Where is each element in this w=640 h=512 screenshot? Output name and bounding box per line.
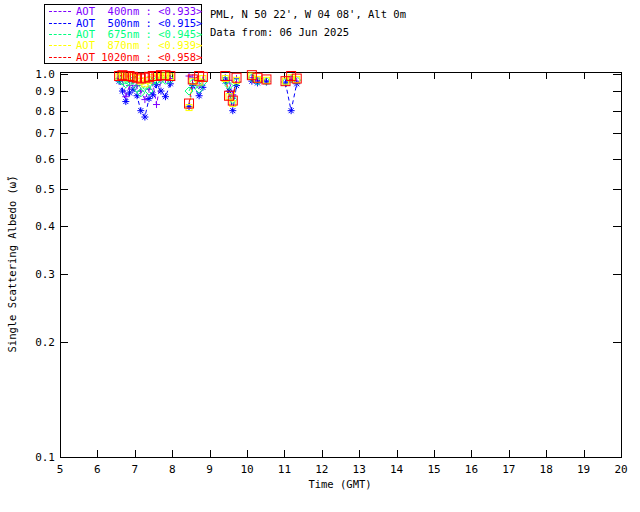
series-point-aot-500nm: [137, 107, 144, 114]
series-point-aot-500nm: [129, 86, 136, 93]
y-axis-title: Single Scattering Albedo (ω̃): [6, 94, 18, 434]
series-line-aot-500nm: [286, 83, 297, 111]
ssa-plot-page: AOT 400nm : <0.933>AOT 500nm : <0.915>AO…: [0, 0, 640, 512]
y-tick-label: 0.1: [35, 451, 55, 464]
series-point-aot-500nm: [119, 88, 126, 95]
series-point-aot-500nm: [149, 91, 156, 98]
x-tick-label: 9: [206, 463, 213, 476]
y-tick-label: 0.5: [35, 183, 55, 196]
x-tick-label: 14: [390, 463, 404, 476]
x-tick-label: 6: [94, 463, 101, 476]
x-tick-label: 16: [465, 463, 478, 476]
y-tick-label: 0.9: [35, 85, 55, 98]
x-tick-label: 8: [169, 463, 176, 476]
y-tick-label: 0.3: [35, 268, 55, 281]
plot-frame: [60, 72, 621, 457]
series-point-aot-500nm: [157, 88, 164, 95]
y-tick-label: 0.6: [35, 153, 55, 166]
x-tick-label: 10: [240, 463, 253, 476]
x-tick-label: 11: [278, 463, 291, 476]
y-tick-label: 0.4: [35, 220, 55, 233]
x-tick-label: 13: [353, 463, 366, 476]
plot-svg: 5678910111213141516171819201.00.90.80.70…: [0, 0, 640, 512]
x-tick-label: 7: [131, 463, 138, 476]
series-point-aot-500nm: [229, 107, 236, 114]
series-point-aot-400nm: [153, 101, 160, 108]
x-tick-label: 20: [614, 463, 627, 476]
y-tick-label: 0.7: [35, 127, 55, 140]
x-tick-label: 5: [57, 463, 64, 476]
y-tick-label: 0.2: [35, 336, 55, 349]
y-tick-label: 0.8: [35, 105, 55, 118]
series-point-aot-500nm: [162, 93, 169, 100]
y-tick-label: 1.0: [35, 68, 55, 81]
x-tick-label: 18: [540, 463, 553, 476]
x-axis-title: Time (GMT): [0, 478, 640, 490]
series-point-aot-500nm: [122, 98, 129, 105]
x-tick-label: 15: [427, 463, 440, 476]
series-point-aot-500nm: [141, 114, 148, 121]
series-point-aot-500nm: [288, 107, 295, 114]
x-tick-label: 17: [502, 463, 515, 476]
x-tick-label: 19: [577, 463, 590, 476]
x-tick-label: 12: [315, 463, 328, 476]
